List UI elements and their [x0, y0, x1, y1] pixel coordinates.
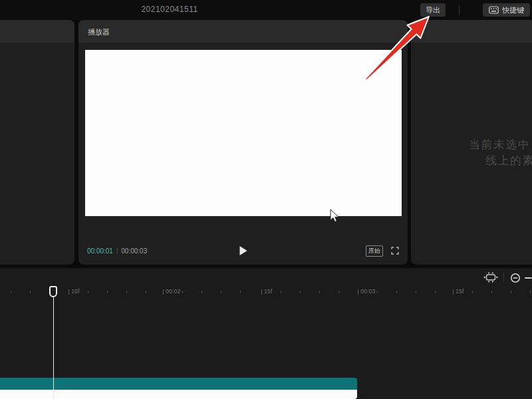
playhead-line — [53, 286, 55, 399]
current-time: 00:00:01 — [87, 247, 113, 255]
app-root: { "titlebar": { "title": "202102041511",… — [0, 0, 532, 399]
ruler-label: 00:03 — [358, 288, 376, 295]
properties-panel: 当前未选中 线上的素 — [411, 20, 532, 265]
ruler-label: 15f — [68, 288, 80, 295]
keyboard-icon — [489, 6, 499, 14]
fullscreen-icon[interactable] — [391, 247, 399, 255]
ruler-minor-tick — [88, 291, 88, 293]
ruler-label: 00:02 — [163, 288, 181, 295]
ruler-minor-tick — [319, 291, 320, 293]
timeline-ruler[interactable]: 15f00:0215f00:0315f — [0, 286, 532, 299]
ruler-minor-tick — [182, 291, 183, 293]
ruler-minor-tick — [377, 291, 378, 293]
video-preview-canvas[interactable] — [85, 50, 402, 216]
topbar-divider — [459, 5, 460, 15]
export-button[interactable]: 导出 — [420, 3, 446, 17]
ruler-minor-tick — [472, 291, 473, 293]
ruler-minor-tick — [530, 291, 531, 293]
ruler-label: 15f — [453, 288, 464, 295]
ruler-label: 15f — [261, 288, 273, 295]
timeline-panel: 15f00:0215f00:0315f — [0, 268, 532, 399]
ruler-minor-tick — [511, 291, 511, 293]
timeline-toolbar — [0, 268, 532, 286]
player-panel-header: 播放器 — [78, 20, 408, 43]
ruler-minor-tick — [107, 291, 108, 293]
ruler-minor-tick — [281, 291, 281, 293]
player-controls: 00:00:01 | 00:00:03 原始 — [78, 239, 408, 262]
ruler-minor-tick — [338, 291, 339, 293]
project-title: 202102041511 — [136, 5, 203, 14]
left-panel-header — [0, 20, 74, 43]
ruler-minor-tick — [416, 291, 416, 293]
time-display: 00:00:01 | 00:00:03 — [87, 247, 147, 255]
no-selection-message-line2: 线上的素 — [485, 153, 532, 168]
no-selection-message-line1: 当前未选中 — [469, 137, 531, 152]
ruler-minor-tick — [491, 291, 492, 293]
shortcut-label: 快捷键 — [502, 5, 524, 15]
play-button[interactable] — [239, 246, 247, 255]
timeline-zoom-slider[interactable] — [525, 277, 532, 279]
ruler-minor-tick — [30, 291, 31, 293]
ruler-minor-tick — [300, 291, 301, 293]
left-panel — [0, 20, 74, 265]
timeline-toolbar-divider — [503, 273, 504, 282]
ruler-minor-tick — [435, 291, 436, 293]
ruler-minor-tick — [11, 291, 11, 293]
original-scale-button[interactable]: 原始 — [366, 245, 383, 257]
preview-scale-controls: 原始 — [366, 239, 399, 262]
ruler-minor-tick — [240, 291, 241, 293]
zoom-out-icon[interactable] — [509, 272, 521, 287]
ruler-minor-tick — [126, 291, 127, 293]
player-panel-title: 播放器 — [88, 27, 110, 37]
ruler-minor-tick — [396, 291, 397, 293]
preview-axis-icon[interactable] — [483, 272, 498, 285]
time-separator: | — [116, 247, 118, 254]
shortcut-button[interactable]: 快捷键 — [483, 3, 530, 17]
player-panel: 播放器 00:00:01 | 00:00:03 原始 — [78, 20, 408, 265]
total-time: 00:00:03 — [121, 247, 147, 255]
playhead-handle[interactable] — [49, 286, 57, 297]
ruler-minor-tick — [146, 291, 146, 293]
ruler-minor-tick — [201, 291, 202, 293]
ruler-minor-tick — [221, 291, 221, 293]
topbar: 202102041511 导出 快捷键 — [0, 0, 532, 20]
properties-panel-header — [411, 20, 532, 43]
